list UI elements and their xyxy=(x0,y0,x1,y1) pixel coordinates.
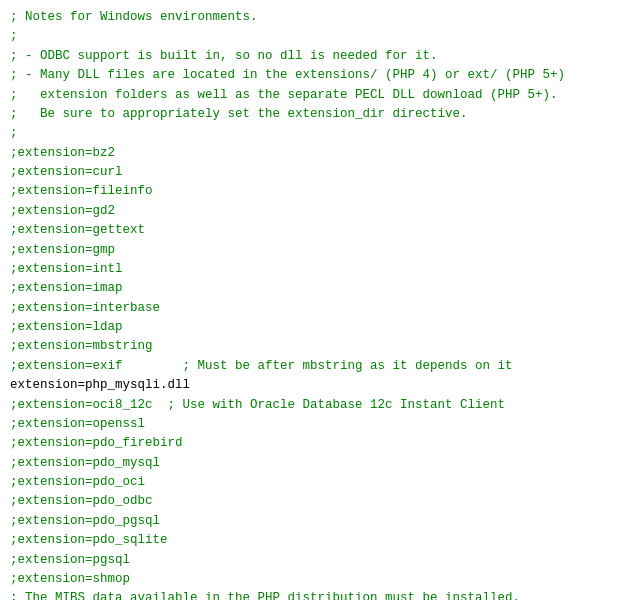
code-line: ;extension=mbstring xyxy=(10,337,618,356)
code-line: ;extension=imap xyxy=(10,279,618,298)
code-line: ;extension=oci8_12c ; Use with Oracle Da… xyxy=(10,396,618,415)
code-line: ;extension=pdo_firebird xyxy=(10,434,618,453)
code-line: ;extension=pdo_odbc xyxy=(10,492,618,511)
code-line: ; The MIBS data available in the PHP dis… xyxy=(10,589,618,600)
code-line: ; Notes for Windows environments. xyxy=(10,8,618,27)
code-line: ;extension=pdo_pgsql xyxy=(10,512,618,531)
code-line: ;extension=pdo_sqlite xyxy=(10,531,618,550)
code-line: ;extension=interbase xyxy=(10,299,618,318)
code-line: ; xyxy=(10,124,618,143)
code-line: ;extension=gmp xyxy=(10,241,618,260)
code-line: ;extension=fileinfo xyxy=(10,182,618,201)
code-line: ;extension=pdo_oci xyxy=(10,473,618,492)
code-line: ;extension=gettext xyxy=(10,221,618,240)
code-line: ; Be sure to appropriately set the exten… xyxy=(10,105,618,124)
code-line: ;extension=exif ; Must be after mbstring… xyxy=(10,357,618,376)
code-line: ; - Many DLL files are located in the ex… xyxy=(10,66,618,85)
code-line: extension=php_mysqli.dll xyxy=(10,376,618,395)
code-content: ; Notes for Windows environments.;; - OD… xyxy=(10,8,618,600)
code-line: ;extension=bz2 xyxy=(10,144,618,163)
code-line: ;extension=pdo_mysql xyxy=(10,454,618,473)
code-line: ;extension=curl xyxy=(10,163,618,182)
code-line: ;extension=ldap xyxy=(10,318,618,337)
code-line: ; extension folders as well as the separ… xyxy=(10,86,618,105)
code-line: ;extension=intl xyxy=(10,260,618,279)
code-line: ; - ODBC support is built in, so no dll … xyxy=(10,47,618,66)
code-line: ;extension=shmop xyxy=(10,570,618,589)
code-line: ;extension=pgsql xyxy=(10,551,618,570)
code-line: ; xyxy=(10,27,618,46)
code-line: ;extension=gd2 xyxy=(10,202,618,221)
code-line: ;extension=openssl xyxy=(10,415,618,434)
